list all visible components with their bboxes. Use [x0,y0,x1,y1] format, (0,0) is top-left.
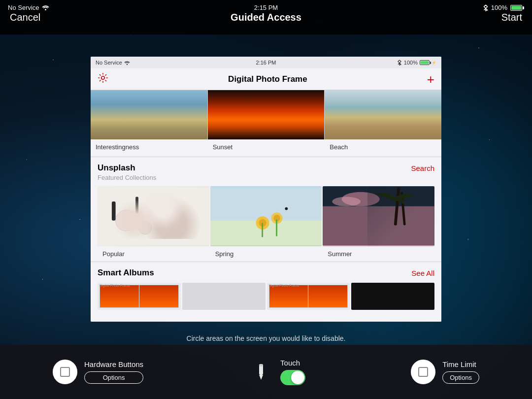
inner-status-bar: No Service 2:16 PM 100% ⚡ [91,57,441,68]
outer-title: Guided Access [231,12,301,23]
unsplash-header: Unsplash Featured Collections Search [98,163,434,181]
add-button[interactable]: + [427,73,434,86]
outer-time: 2:15 PM [254,4,278,11]
hardware-label: Hardware Buttons [84,360,143,368]
battery-icon [510,5,524,11]
time-limit-square-icon [418,367,428,377]
unsplash-cell-popular[interactable] [98,186,209,246]
svg-point-1 [127,64,128,65]
svg-rect-8 [135,197,138,213]
svg-rect-18 [276,220,277,236]
svg-rect-28 [259,364,263,366]
hardware-buttons-control: Hardware Buttons Options [53,360,143,384]
svg-rect-9 [176,213,179,234]
smart-albums-grid: Digital Photo Frame Digital Photo Frame [98,283,434,310]
unsplash-label-2: Summer [323,249,434,259]
unsplash-labels: Popular Spring Summer [98,249,434,259]
svg-marker-27 [259,375,263,380]
popular-photo [98,186,209,246]
svg-point-25 [332,197,361,206]
svg-rect-23 [400,192,406,226]
outer-status-right: 100% [483,4,524,11]
inner-status-right: 100% ⚡ [397,60,436,66]
cancel-button[interactable]: Cancel [10,12,40,23]
time-limit-control: Time Limit Options [411,360,479,384]
see-all-button[interactable]: See All [411,268,434,277]
photo-labels: Interestingness Sunset Beach [91,139,441,157]
album-thumb-3[interactable]: Digital Photo Frame [267,283,350,310]
album-thumb-4[interactable] [351,283,434,310]
inner-status-left: No Service [96,60,130,66]
touch-icon [249,360,273,384]
touch-labels: Touch [280,359,305,385]
svg-point-6 [138,221,152,234]
inner-time: 2:16 PM [256,60,276,66]
time-limit-labels: Time Limit Options [442,360,479,384]
unsplash-label-1: Spring [210,249,322,259]
svg-point-0 [45,9,46,10]
photo-label-1: Sunset [208,142,325,152]
hardware-options-button[interactable]: Options [84,371,143,384]
touch-row: Touch [249,359,305,385]
svg-point-5 [156,202,173,220]
svg-point-10 [164,226,183,233]
unsplash-subtitle: Featured Collections [98,174,156,181]
hardware-labels: Hardware Buttons Options [84,360,143,384]
unsplash-grid [98,186,434,246]
time-limit-options-button[interactable]: Options [442,371,479,384]
app-window: No Service 2:16 PM 100% ⚡ [91,57,441,322]
start-button[interactable]: Start [501,12,522,23]
smart-albums-header: Smart Albums See All [98,268,434,278]
bluetooth-icon [483,4,488,11]
unsplash-section: Unsplash Featured Collections Search [91,157,441,262]
time-limit-row: Time Limit Options [411,360,479,384]
smart-albums-title: Smart Albums [98,268,154,278]
touch-toggle[interactable] [280,370,305,385]
svg-point-2 [101,76,104,79]
album-thumb-1[interactable]: Digital Photo Frame [98,283,181,310]
hardware-icon-circle [53,360,77,384]
inner-bluetooth-icon [397,60,402,66]
wifi-icon [42,5,49,10]
pen-icon [251,362,271,382]
inner-battery-icon: ⚡ [420,60,436,65]
touch-label: Touch [280,359,300,367]
outer-status-left: No Service [8,4,49,11]
instruction-text: Circle areas on the screen you would lik… [0,334,532,342]
unsplash-cell-summer[interactable] [323,186,434,246]
photo-cell-beach[interactable] [325,90,441,139]
photo-cell-interestingness[interactable] [91,90,207,139]
unsplash-cell-spring[interactable] [210,186,322,246]
photo-cell-sunset[interactable] [208,90,325,139]
gear-icon [98,72,108,83]
smart-albums-section: Smart Albums See All Digital Photo Frame [91,262,441,313]
gear-button[interactable] [98,72,108,86]
photo-label-0: Interestingness [91,142,207,152]
hardware-row: Hardware Buttons Options [53,360,143,384]
touch-control: Touch [249,359,305,385]
inner-nav-title: Digital Photo Frame [228,74,307,84]
svg-rect-3 [98,187,209,245]
album-thumb-2[interactable] [182,283,266,310]
svg-point-19 [285,207,288,210]
svg-rect-7 [112,201,116,221]
svg-point-4 [116,210,136,231]
toggle-knob [291,371,304,384]
time-limit-label: Time Limit [442,360,479,368]
spring-photo [210,186,322,246]
time-limit-icon-circle [411,360,435,384]
inner-nav-bar: Digital Photo Frame + [91,68,441,90]
photo-section: Interestingness Sunset Beach [91,90,441,157]
photo-label-2: Beach [325,142,441,152]
unsplash-label-0: Popular [98,249,209,259]
inner-wifi-icon [124,61,130,65]
bottom-bar: Hardware Buttons Options Touch [0,345,532,399]
unsplash-title: Unsplash [98,163,156,173]
svg-rect-17 [262,223,263,237]
app-content[interactable]: Interestingness Sunset Beach Unsplash Fe… [91,90,441,322]
unsplash-search-button[interactable]: Search [411,163,434,172]
hardware-square-icon [60,367,70,377]
svg-rect-21 [323,206,434,245]
photo-grid [91,90,441,139]
svg-rect-22 [394,187,400,225]
